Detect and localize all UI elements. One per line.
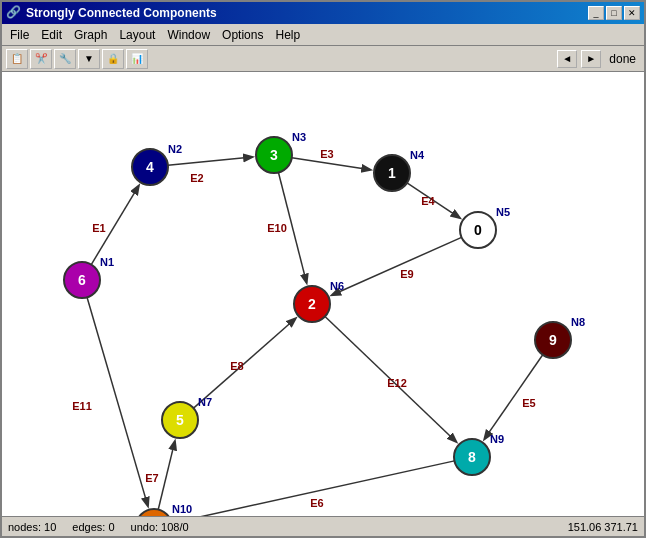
maximize-button[interactable]: □ <box>606 6 622 20</box>
svg-text:E7: E7 <box>145 472 158 484</box>
status-nodes: nodes: 10 <box>8 521 56 533</box>
app-icon: 🔗 <box>6 5 22 21</box>
svg-point-36 <box>64 262 100 298</box>
svg-line-2 <box>168 157 252 165</box>
toolbar-btn-1[interactable]: 📋 <box>6 49 28 69</box>
svg-line-10 <box>175 461 454 516</box>
svg-text:E1: E1 <box>92 222 105 234</box>
menu-options[interactable]: Options <box>216 26 269 44</box>
svg-point-39 <box>294 286 330 322</box>
svg-text:E5: E5 <box>522 397 535 409</box>
toolbar-btn-3[interactable]: 🔧 <box>54 49 76 69</box>
svg-point-24 <box>132 149 168 185</box>
svg-text:N8: N8 <box>571 316 585 328</box>
status-edges: edges: 0 <box>72 521 114 533</box>
svg-text:N6: N6 <box>330 280 344 292</box>
svg-line-22 <box>325 316 456 441</box>
toolbar-right: ◄ ► done <box>557 50 640 68</box>
svg-text:1: 1 <box>388 165 396 181</box>
toolbar: 📋 ✂️ 🔧 ▼ 🔒 📊 ◄ ► done <box>2 46 644 72</box>
svg-text:E9: E9 <box>400 268 413 280</box>
svg-text:9: 9 <box>549 332 557 348</box>
menu-help[interactable]: Help <box>269 26 306 44</box>
menu-layout[interactable]: Layout <box>113 26 161 44</box>
svg-text:E3: E3 <box>320 148 333 160</box>
svg-text:E6: E6 <box>310 497 323 509</box>
window-title: Strongly Connected Components <box>26 6 588 20</box>
toolbar-btn-4[interactable]: ▼ <box>78 49 100 69</box>
svg-line-6 <box>407 183 460 218</box>
svg-text:2: 2 <box>308 296 316 312</box>
svg-text:E2: E2 <box>190 172 203 184</box>
svg-line-14 <box>194 319 296 409</box>
svg-text:8: 8 <box>468 449 476 465</box>
svg-text:N9: N9 <box>490 433 504 445</box>
svg-text:N7: N7 <box>198 396 212 408</box>
svg-text:N5: N5 <box>496 206 510 218</box>
svg-text:N10: N10 <box>172 503 192 515</box>
svg-text:E4: E4 <box>421 195 435 207</box>
svg-text:N3: N3 <box>292 131 306 143</box>
minimize-button[interactable]: _ <box>588 6 604 20</box>
svg-text:4: 4 <box>146 159 154 175</box>
svg-point-30 <box>374 155 410 191</box>
svg-point-45 <box>162 402 198 438</box>
nav-prev-button[interactable]: ◄ <box>557 50 577 68</box>
done-label: done <box>605 52 640 66</box>
window-controls: _ □ ✕ <box>588 6 640 20</box>
toolbar-btn-2[interactable]: ✂️ <box>30 49 52 69</box>
title-bar: 🔗 Strongly Connected Components _ □ ✕ <box>2 2 644 24</box>
menu-edit[interactable]: Edit <box>35 26 68 44</box>
graph-area[interactable]: E1E2E3E4E5E6E7E8E9E10E11E124N23N31N40N56… <box>2 72 644 516</box>
status-left: nodes: 10 edges: 0 undo: 108/0 <box>8 521 189 533</box>
status-coords: 151.06 371.71 <box>568 521 638 533</box>
svg-text:E11: E11 <box>72 400 92 412</box>
svg-point-51 <box>136 509 172 516</box>
svg-text:E12: E12 <box>387 377 407 389</box>
svg-text:0: 0 <box>474 222 482 238</box>
menu-bar: File Edit Graph Layout Window Options He… <box>2 24 644 46</box>
svg-point-42 <box>535 322 571 358</box>
toolbar-left: 📋 ✂️ 🔧 ▼ 🔒 📊 <box>6 49 148 69</box>
svg-line-20 <box>87 297 148 506</box>
svg-line-4 <box>292 158 370 170</box>
svg-text:N1: N1 <box>100 256 114 268</box>
status-bar: nodes: 10 edges: 0 undo: 108/0 151.06 37… <box>2 516 644 536</box>
svg-line-16 <box>332 237 461 295</box>
svg-text:E8: E8 <box>230 360 243 372</box>
toolbar-btn-6[interactable]: 📊 <box>126 49 148 69</box>
main-window: 🔗 Strongly Connected Components _ □ ✕ Fi… <box>0 0 646 538</box>
status-undo: undo: 108/0 <box>131 521 189 533</box>
graph-svg: E1E2E3E4E5E6E7E8E9E10E11E124N23N31N40N56… <box>2 72 644 516</box>
svg-line-8 <box>485 355 543 439</box>
svg-text:N2: N2 <box>168 143 182 155</box>
svg-line-18 <box>278 172 306 282</box>
nav-next-button[interactable]: ► <box>581 50 601 68</box>
svg-text:3: 3 <box>270 147 278 163</box>
svg-point-27 <box>256 137 292 173</box>
toolbar-btn-5[interactable]: 🔒 <box>102 49 124 69</box>
close-button[interactable]: ✕ <box>624 6 640 20</box>
svg-text:6: 6 <box>78 272 86 288</box>
menu-graph[interactable]: Graph <box>68 26 113 44</box>
svg-text:5: 5 <box>176 412 184 428</box>
svg-text:N4: N4 <box>410 149 425 161</box>
menu-file[interactable]: File <box>4 26 35 44</box>
svg-text:E10: E10 <box>267 222 287 234</box>
svg-line-12 <box>158 441 175 509</box>
svg-point-33 <box>460 212 496 248</box>
svg-point-48 <box>454 439 490 475</box>
svg-line-0 <box>91 186 138 265</box>
menu-window[interactable]: Window <box>161 26 216 44</box>
